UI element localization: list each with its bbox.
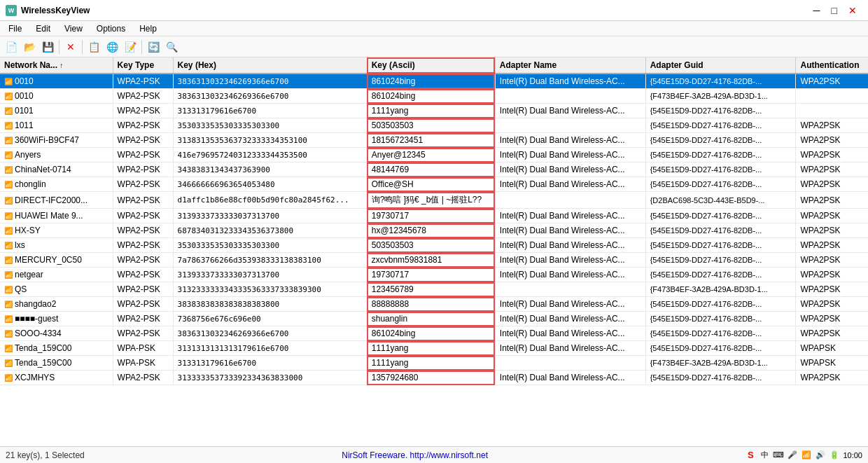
table-row[interactable]: 📶1011 WPA2-PSK 3530333535303335303300 50… xyxy=(0,118,868,133)
table-row[interactable]: 📶HX-SY WPA2-PSK 687834031323334353637380… xyxy=(0,223,868,238)
table-row[interactable]: 📶HUAWEI Mate 9... WPA2-PSK 3139333733333… xyxy=(0,209,868,223)
tray-icon-keyboard: ⌨ xyxy=(773,450,784,461)
cell-auth: WPA2PSK xyxy=(796,297,868,312)
minimize-button[interactable]: ─ xyxy=(808,4,826,18)
wifi-icon: 📶 xyxy=(4,271,13,279)
cell-keytype: WPA2-PSK xyxy=(113,312,173,326)
table-row[interactable]: 📶0101 WPA2-PSK 313313179616e6700 1111yan… xyxy=(0,104,868,118)
cell-auth: WPA2PSK xyxy=(796,209,868,223)
menu-options[interactable]: Options xyxy=(91,22,131,35)
table-row[interactable]: 📶ChinaNet-0714 WPA2-PSK 3438383134343736… xyxy=(0,163,868,177)
table-row[interactable]: 📶0010 WPA2-PSK 3836313032346269366e6700 … xyxy=(0,74,868,89)
cell-network: 📶QS xyxy=(0,282,113,297)
table-header-row: Network Na... ↑ Key Type Key (Hex) Key (… xyxy=(0,57,868,74)
cell-network: 📶0101 xyxy=(0,104,113,118)
cell-guid: {545E15D9-DD27-4176-82DB-... xyxy=(645,209,796,223)
cell-keyascii: 861024bing xyxy=(367,89,495,104)
menu-edit[interactable]: Edit xyxy=(30,22,56,35)
cell-adapter xyxy=(495,282,645,297)
cell-keyhex: 3836313032346269366e6700 xyxy=(173,326,367,341)
cell-guid: {D2BAC698-5C3D-443E-B5D9-... xyxy=(645,192,796,209)
cell-keyascii: hx@12345678 xyxy=(367,223,495,238)
cell-keytype: WPA2-PSK xyxy=(113,371,173,385)
cell-guid: {F473B4EF-3A2B-429A-BD3D-1... xyxy=(645,282,796,297)
col-header-keyhex[interactable]: Key (Hex) xyxy=(173,57,367,74)
cell-keyhex: 3530333535303335303300 xyxy=(173,118,367,133)
table-row[interactable]: 📶chonglin WPA2-PSK 346666666963654053480… xyxy=(0,177,868,192)
cell-keyhex: 313313179616e6700 xyxy=(173,356,367,371)
table-container[interactable]: Network Na... ↑ Key Type Key (Hex) Key (… xyxy=(0,57,868,446)
cell-keyhex: 3139333733333037313700 xyxy=(173,268,367,282)
cell-auth: WPA2PSK xyxy=(796,74,868,89)
cell-network: 📶0010 xyxy=(0,74,113,89)
col-header-guid[interactable]: Adapter Guid xyxy=(645,57,796,74)
wifi-icon: 📶 xyxy=(4,242,13,249)
table-row[interactable]: 📶QS WPA2-PSK 313233333334333536333733383… xyxy=(0,282,868,297)
table-row[interactable]: 📶Tenda_159C00 WPA-PSK 313131313131317961… xyxy=(0,341,868,356)
menu-help[interactable]: Help xyxy=(134,22,162,35)
col-header-keytype[interactable]: Key Type xyxy=(113,57,173,74)
cell-guid: {545E15D9-DD27-4176-82DB-... xyxy=(645,238,796,253)
cell-keyhex: 3132333333343335363337333839300 xyxy=(173,282,367,297)
cell-network: 📶Anyers xyxy=(0,148,113,163)
cell-keyascii: 861024bing xyxy=(367,326,495,341)
table-row[interactable]: 📶0010 WPA2-PSK 3836313032346269366e6700 … xyxy=(0,89,868,104)
cell-keytype: WPA2-PSK xyxy=(113,148,173,163)
cell-guid: {F473B4EF-3A2B-429A-BD3D-1... xyxy=(645,356,796,371)
cell-keytype: WPA2-PSK xyxy=(113,89,173,104)
maximize-button[interactable]: □ xyxy=(826,4,843,18)
cell-adapter: Intel(R) Dual Band Wireless-AC... xyxy=(495,177,645,192)
table-row[interactable]: 📶DIRECT-IFC2000... WPA2-PSK d1affc1b86e8… xyxy=(0,192,868,209)
cell-keyhex: 3836313032346269366e6700 xyxy=(173,89,367,104)
cell-keyascii: 1357924680 xyxy=(367,371,495,385)
cell-keytype: WPA2-PSK xyxy=(113,282,173,297)
cell-auth xyxy=(796,104,868,118)
cell-keytype: WPA2-PSK xyxy=(113,133,173,148)
table-row[interactable]: 📶lxs WPA2-PSK 3530333535303335303300 503… xyxy=(0,238,868,253)
wifi-icon: 📶 xyxy=(4,151,13,159)
cell-keyhex: 3131313131313179616e6700 xyxy=(173,341,367,356)
app-title: WirelessKeyView xyxy=(21,6,90,15)
cell-keytype: WPA2-PSK xyxy=(113,177,173,192)
cell-keyhex: 416e796957240312333344353500 xyxy=(173,148,367,163)
table-row[interactable]: 📶MERCURY_0C50 WPA2-PSK 7a7863766266d3539… xyxy=(0,253,868,268)
table-row[interactable]: 📶XCJMHYS WPA2-PSK 3133333537333923343638… xyxy=(0,371,868,385)
cell-auth: WPA2PSK xyxy=(796,238,868,253)
cell-keytype: WPA2-PSK xyxy=(113,223,173,238)
close-button[interactable]: ✕ xyxy=(843,4,862,18)
cell-keyascii: 861024bing xyxy=(367,74,495,89)
toolbar-refresh[interactable]: 🔄 xyxy=(145,39,162,55)
toolbar-html[interactable]: 🌐 xyxy=(104,39,120,55)
table-row[interactable]: 📶Tenda_159C00 WPA-PSK 313313179616e6700 … xyxy=(0,356,868,371)
cell-guid: {545E15D9-DD27-4176-82DB-... xyxy=(645,326,796,341)
title-bar: W WirelessKeyView ─ □ ✕ xyxy=(0,0,868,21)
cell-keyascii: zxcvbnm59831881 xyxy=(367,253,495,268)
toolbar-open[interactable]: 📂 xyxy=(21,39,38,55)
cell-keytype: WPA2-PSK xyxy=(113,253,173,268)
col-header-network[interactable]: Network Na... ↑ xyxy=(0,57,113,74)
cell-keytype: WPA2-PSK xyxy=(113,163,173,177)
toolbar-delete[interactable]: ✕ xyxy=(62,39,79,55)
wifi-icon: 📶 xyxy=(4,345,13,352)
table-row[interactable]: 📶SOOO-4334 WPA2-PSK 3836313032346269366e… xyxy=(0,326,868,341)
toolbar-save[interactable]: 💾 xyxy=(39,39,56,55)
col-header-auth[interactable]: Authentication xyxy=(796,57,868,74)
col-header-adapter[interactable]: Adapter Name xyxy=(495,57,645,74)
cell-keyhex: 3838383838383838383800 xyxy=(173,297,367,312)
table-row[interactable]: 📶Anyers WPA2-PSK 416e7969572403123333443… xyxy=(0,148,868,163)
cell-guid: {545E15D9-DD27-4176-82DB-... xyxy=(645,297,796,312)
toolbar-search[interactable]: 🔍 xyxy=(163,39,180,55)
wifi-icon: 📶 xyxy=(4,78,13,85)
menu-file[interactable]: File xyxy=(3,22,27,35)
table-row[interactable]: 📶shangdao2 WPA2-PSK 38383838383838383838… xyxy=(0,297,868,312)
menu-view[interactable]: View xyxy=(59,22,88,35)
toolbar-copy[interactable]: 📋 xyxy=(85,39,102,55)
table-row[interactable]: 📶360WiFi-B9CF47 WPA2-PSK 313831353536373… xyxy=(0,133,868,148)
toolbar-text[interactable]: 📝 xyxy=(122,39,139,55)
toolbar-new[interactable]: 📄 xyxy=(3,39,20,55)
table-row[interactable]: 📶netgear WPA2-PSK 3139333733333037313700… xyxy=(0,268,868,282)
table-row[interactable]: 📶■■■■-guest WPA2-PSK 7368756e676c696e00 … xyxy=(0,312,868,326)
col-header-keyascii[interactable]: Key (Ascii) xyxy=(367,57,495,74)
cell-adapter: Intel(R) Dual Band Wireless-AC... xyxy=(495,312,645,326)
cell-keyascii: 503503503 xyxy=(367,118,495,133)
